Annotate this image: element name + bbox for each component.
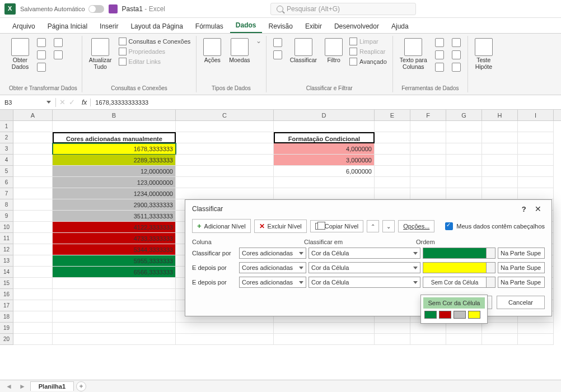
cell[interactable]: [482, 121, 518, 132]
tab-nav-next[interactable]: ►: [17, 382, 28, 390]
cell[interactable]: [176, 334, 274, 345]
cell[interactable]: 1678,3333333: [53, 143, 176, 155]
color-option-red[interactable]: [439, 311, 451, 319]
add-level-button[interactable]: +Adicionar Nível: [192, 219, 251, 233]
queries-connections-button[interactable]: Consultas e Conexões: [118, 37, 192, 46]
row-header[interactable]: 20: [0, 334, 13, 345]
cell[interactable]: 4122,3333333: [53, 222, 176, 233]
row-header[interactable]: 4: [0, 155, 13, 166]
cell[interactable]: [13, 289, 53, 300]
tab-pagina-inicial[interactable]: Página Inicial: [42, 20, 93, 33]
cell[interactable]: [13, 166, 53, 177]
position-select[interactable]: Na Parte Supe: [498, 262, 545, 273]
from-text-button[interactable]: [35, 37, 48, 48]
cell[interactable]: [410, 132, 446, 143]
cell[interactable]: [375, 188, 410, 199]
cell[interactable]: [410, 143, 446, 155]
add-sheet-button[interactable]: +: [76, 381, 86, 391]
cell[interactable]: [518, 188, 554, 199]
cell[interactable]: [53, 278, 176, 289]
cell[interactable]: 6566,3333333: [53, 267, 176, 278]
cell[interactable]: [446, 166, 482, 177]
color-option-green[interactable]: [424, 311, 437, 319]
row-header[interactable]: 17: [0, 300, 13, 311]
cell[interactable]: 3511,3333333: [53, 211, 176, 222]
cell[interactable]: [482, 132, 518, 143]
delete-level-button[interactable]: ✕Excluir Nível: [254, 220, 307, 233]
cell[interactable]: [446, 323, 482, 334]
validate-button[interactable]: [433, 62, 446, 73]
cell[interactable]: 1234,0000000: [53, 188, 176, 199]
cell[interactable]: 4733,3333333: [53, 233, 176, 244]
cell[interactable]: [482, 155, 518, 166]
whatif-button[interactable]: Teste Hipóte: [473, 37, 495, 71]
col-header[interactable]: D: [274, 110, 375, 120]
cell[interactable]: [176, 323, 274, 334]
row-header[interactable]: 2: [0, 132, 13, 143]
cell[interactable]: [410, 166, 446, 177]
toggle-switch-icon[interactable]: [88, 5, 104, 13]
cell[interactable]: [53, 334, 176, 345]
column-select[interactable]: Cores adicionadas: [239, 262, 306, 273]
cell[interactable]: [482, 323, 518, 334]
cell[interactable]: [518, 334, 554, 345]
cell[interactable]: [13, 155, 53, 166]
position-select[interactable]: Na Parte Supe: [498, 248, 545, 259]
sort-button[interactable]: Classificar: [288, 37, 319, 65]
save-icon[interactable]: [109, 4, 118, 13]
sort-on-select[interactable]: Cor da Célula: [308, 262, 420, 273]
position-select[interactable]: Na Parte Supe: [498, 277, 545, 288]
cell[interactable]: [375, 177, 410, 188]
cell[interactable]: Cores adicionadas manualmente: [53, 132, 176, 143]
options-button[interactable]: Opções...: [398, 220, 434, 232]
cell[interactable]: [13, 244, 53, 255]
cell[interactable]: 3,000000: [274, 155, 375, 166]
tab-arquivo[interactable]: Arquivo: [7, 20, 41, 33]
cell[interactable]: [446, 334, 482, 345]
dedupe-button[interactable]: [433, 49, 446, 60]
relationships-button[interactable]: [450, 49, 463, 60]
row-header[interactable]: 6: [0, 177, 13, 188]
row-header[interactable]: 8: [0, 199, 13, 211]
cell[interactable]: [375, 143, 410, 155]
cell[interactable]: [13, 222, 53, 233]
cell[interactable]: [274, 323, 375, 334]
properties-button[interactable]: Propriedades: [118, 47, 192, 56]
sort-on-select[interactable]: Cor da Célula: [308, 277, 420, 288]
order-color-select[interactable]: [423, 262, 495, 273]
cell[interactable]: [176, 188, 274, 199]
cell[interactable]: [482, 334, 518, 345]
move-down-button[interactable]: [382, 220, 395, 232]
cell[interactable]: [375, 132, 410, 143]
cell[interactable]: [375, 323, 410, 334]
cell[interactable]: [482, 166, 518, 177]
tab-dados[interactable]: Dados: [230, 18, 262, 33]
cell[interactable]: [176, 166, 274, 177]
select-all-corner[interactable]: [0, 110, 13, 120]
cell[interactable]: [518, 155, 554, 166]
color-option-grey[interactable]: [454, 311, 466, 319]
tab-revisao[interactable]: Revisão: [263, 20, 298, 33]
cell[interactable]: [446, 177, 482, 188]
cell[interactable]: [13, 311, 53, 323]
from-web-button[interactable]: [35, 49, 48, 60]
cell[interactable]: [482, 177, 518, 188]
cell[interactable]: [13, 177, 53, 188]
row-header[interactable]: 10: [0, 222, 13, 233]
cell[interactable]: 123,0000000: [53, 177, 176, 188]
cell[interactable]: [13, 267, 53, 278]
cell[interactable]: [13, 188, 53, 199]
cell[interactable]: [375, 166, 410, 177]
existing-conn-button[interactable]: [52, 49, 65, 60]
col-header[interactable]: C: [176, 110, 274, 120]
row-header[interactable]: 3: [0, 143, 13, 155]
consolidate-button[interactable]: [450, 37, 463, 48]
tab-exibir[interactable]: Exibir: [300, 20, 328, 33]
cell[interactable]: [13, 255, 53, 267]
column-select[interactable]: Cores adicionadas: [239, 277, 306, 288]
tab-ajuda[interactable]: Ajuda: [386, 20, 414, 33]
cell[interactable]: [13, 300, 53, 311]
row-header[interactable]: 14: [0, 267, 13, 278]
fx-icon[interactable]: fx: [78, 99, 91, 106]
cell[interactable]: [518, 177, 554, 188]
